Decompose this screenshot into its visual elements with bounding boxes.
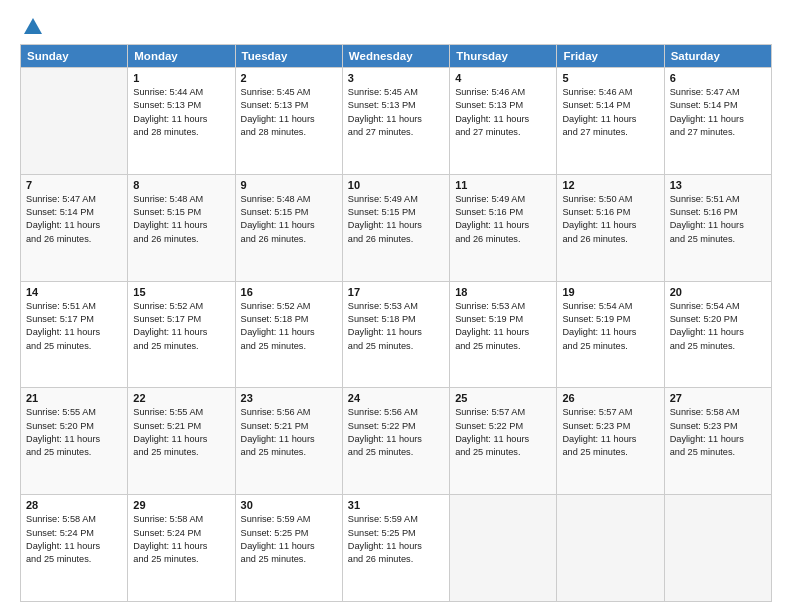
cell-info-line: Daylight: 11 hours [455, 433, 551, 446]
day-number: 16 [241, 286, 337, 298]
cell-info-line: and 26 minutes. [348, 233, 444, 246]
cell-info-line: Sunset: 5:18 PM [241, 313, 337, 326]
cell-info-line: and 25 minutes. [241, 446, 337, 459]
calendar-cell: 17Sunrise: 5:53 AMSunset: 5:18 PMDayligh… [342, 281, 449, 388]
cell-info-line: Sunset: 5:16 PM [562, 206, 658, 219]
cell-info-line: and 26 minutes. [241, 233, 337, 246]
cell-info-line: and 28 minutes. [133, 126, 229, 139]
cell-info-line: and 25 minutes. [26, 446, 122, 459]
cell-info-line: Sunrise: 5:56 AM [241, 406, 337, 419]
calendar-cell [450, 495, 557, 602]
day-number: 26 [562, 392, 658, 404]
day-number: 3 [348, 72, 444, 84]
cell-info-line: and 26 minutes. [562, 233, 658, 246]
day-number: 31 [348, 499, 444, 511]
cell-info-line: Sunset: 5:21 PM [241, 420, 337, 433]
cell-info-line: Sunset: 5:25 PM [241, 527, 337, 540]
cell-info-line: Sunrise: 5:53 AM [348, 300, 444, 313]
cell-info-line: Sunset: 5:20 PM [670, 313, 766, 326]
cell-info-line: Daylight: 11 hours [562, 433, 658, 446]
day-number: 11 [455, 179, 551, 191]
calendar-week-row: 1Sunrise: 5:44 AMSunset: 5:13 PMDaylight… [21, 68, 772, 175]
cell-info-line: Sunset: 5:19 PM [455, 313, 551, 326]
calendar-cell: 31Sunrise: 5:59 AMSunset: 5:25 PMDayligh… [342, 495, 449, 602]
cell-info-line: and 27 minutes. [455, 126, 551, 139]
cell-info-line: Daylight: 11 hours [562, 219, 658, 232]
day-number: 28 [26, 499, 122, 511]
cell-info-line: and 25 minutes. [670, 340, 766, 353]
cell-info-line: Sunrise: 5:52 AM [241, 300, 337, 313]
cell-info-line: Sunrise: 5:54 AM [562, 300, 658, 313]
calendar-cell: 26Sunrise: 5:57 AMSunset: 5:23 PMDayligh… [557, 388, 664, 495]
calendar-cell [557, 495, 664, 602]
calendar-cell: 9Sunrise: 5:48 AMSunset: 5:15 PMDaylight… [235, 174, 342, 281]
cell-info-line: Sunset: 5:13 PM [348, 99, 444, 112]
cell-info-line: Sunrise: 5:55 AM [133, 406, 229, 419]
cell-info-line: Daylight: 11 hours [133, 433, 229, 446]
cell-info-line: Sunset: 5:19 PM [562, 313, 658, 326]
cell-info-line: Sunset: 5:22 PM [348, 420, 444, 433]
calendar-cell: 30Sunrise: 5:59 AMSunset: 5:25 PMDayligh… [235, 495, 342, 602]
cell-info-line: and 25 minutes. [133, 553, 229, 566]
svg-marker-0 [24, 18, 42, 34]
calendar-cell: 14Sunrise: 5:51 AMSunset: 5:17 PMDayligh… [21, 281, 128, 388]
cell-info-line: Sunset: 5:15 PM [133, 206, 229, 219]
cell-info-line: Daylight: 11 hours [26, 326, 122, 339]
cell-info-line: and 25 minutes. [670, 233, 766, 246]
weekday-header-tuesday: Tuesday [235, 45, 342, 68]
cell-info-line: Sunrise: 5:55 AM [26, 406, 122, 419]
cell-info-line: Daylight: 11 hours [348, 113, 444, 126]
day-number: 30 [241, 499, 337, 511]
cell-info-line: Daylight: 11 hours [26, 219, 122, 232]
logo-icon [22, 16, 44, 38]
calendar-cell: 23Sunrise: 5:56 AMSunset: 5:21 PMDayligh… [235, 388, 342, 495]
cell-info-line: Sunrise: 5:58 AM [26, 513, 122, 526]
day-number: 2 [241, 72, 337, 84]
cell-info-line: Daylight: 11 hours [670, 326, 766, 339]
weekday-header-friday: Friday [557, 45, 664, 68]
cell-info-line: Sunrise: 5:51 AM [670, 193, 766, 206]
day-number: 19 [562, 286, 658, 298]
day-number: 24 [348, 392, 444, 404]
day-number: 22 [133, 392, 229, 404]
cell-info-line: Daylight: 11 hours [455, 326, 551, 339]
weekday-header-sunday: Sunday [21, 45, 128, 68]
cell-info-line: Sunset: 5:13 PM [455, 99, 551, 112]
cell-info-line: Sunrise: 5:59 AM [241, 513, 337, 526]
cell-info-line: and 25 minutes. [670, 446, 766, 459]
cell-info-line: Sunrise: 5:52 AM [133, 300, 229, 313]
cell-info-line: Sunset: 5:18 PM [348, 313, 444, 326]
calendar-cell: 25Sunrise: 5:57 AMSunset: 5:22 PMDayligh… [450, 388, 557, 495]
day-number: 7 [26, 179, 122, 191]
cell-info-line: Sunrise: 5:48 AM [241, 193, 337, 206]
calendar-cell: 21Sunrise: 5:55 AMSunset: 5:20 PMDayligh… [21, 388, 128, 495]
day-number: 9 [241, 179, 337, 191]
cell-info-line: Daylight: 11 hours [670, 219, 766, 232]
cell-info-line: and 27 minutes. [670, 126, 766, 139]
cell-info-line: Sunrise: 5:57 AM [455, 406, 551, 419]
calendar-cell: 28Sunrise: 5:58 AMSunset: 5:24 PMDayligh… [21, 495, 128, 602]
cell-info-line: Sunrise: 5:45 AM [241, 86, 337, 99]
cell-info-line: Sunset: 5:14 PM [670, 99, 766, 112]
calendar-cell: 24Sunrise: 5:56 AMSunset: 5:22 PMDayligh… [342, 388, 449, 495]
calendar-cell: 8Sunrise: 5:48 AMSunset: 5:15 PMDaylight… [128, 174, 235, 281]
cell-info-line: Daylight: 11 hours [241, 433, 337, 446]
cell-info-line: and 26 minutes. [455, 233, 551, 246]
cell-info-line: Daylight: 11 hours [26, 433, 122, 446]
calendar-cell: 15Sunrise: 5:52 AMSunset: 5:17 PMDayligh… [128, 281, 235, 388]
cell-info-line: Daylight: 11 hours [348, 326, 444, 339]
cell-info-line: Sunset: 5:16 PM [455, 206, 551, 219]
cell-info-line: Sunrise: 5:49 AM [348, 193, 444, 206]
cell-info-line: Sunrise: 5:58 AM [670, 406, 766, 419]
cell-info-line: and 26 minutes. [348, 553, 444, 566]
day-number: 29 [133, 499, 229, 511]
weekday-header-saturday: Saturday [664, 45, 771, 68]
calendar-week-row: 7Sunrise: 5:47 AMSunset: 5:14 PMDaylight… [21, 174, 772, 281]
cell-info-line: Daylight: 11 hours [241, 540, 337, 553]
cell-info-line: Sunset: 5:16 PM [670, 206, 766, 219]
day-number: 1 [133, 72, 229, 84]
calendar-cell: 29Sunrise: 5:58 AMSunset: 5:24 PMDayligh… [128, 495, 235, 602]
cell-info-line: Sunrise: 5:47 AM [670, 86, 766, 99]
cell-info-line: Sunset: 5:23 PM [562, 420, 658, 433]
day-number: 14 [26, 286, 122, 298]
